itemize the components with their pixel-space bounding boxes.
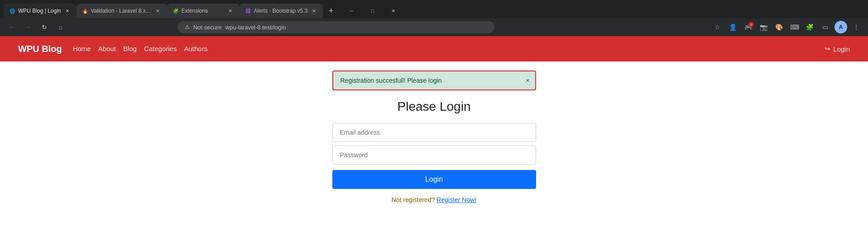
alert-message: Registration succesfull! Please login — [340, 77, 442, 84]
nav-link-authors[interactable]: Authors — [184, 45, 207, 52]
home-button[interactable]: ⌂ — [54, 21, 67, 33]
tab-bar: 🌐 WPU Blog | Login ✕ 🔥 Validation - Lara… — [0, 0, 868, 18]
navbar: WPU Blog Home About Blog Categories Auth… — [0, 36, 868, 61]
close-button[interactable]: ✕ — [383, 4, 403, 18]
code-icon[interactable]: ⌨ — [788, 21, 801, 33]
reload-button[interactable]: ↻ — [38, 21, 51, 33]
nav-item-about[interactable]: About — [98, 45, 116, 53]
nav-item-home[interactable]: Home — [73, 45, 91, 53]
toolbar-right: ☆ 👤 🎮 9 📷 🎨 ⌨ 🧩 ▭ A ⋮ — [711, 21, 863, 33]
tab-favicon-1: 🌐 — [9, 8, 15, 14]
tab-favicon-3: 🧩 — [173, 8, 179, 14]
puzzle-icon[interactable]: 🧩 — [804, 21, 816, 33]
navbar-right: ↪ Login — [825, 45, 850, 53]
security-label: Not secure — [193, 24, 222, 31]
nav-link-blog[interactable]: Blog — [123, 45, 137, 52]
nav-link-home[interactable]: Home — [73, 45, 91, 52]
tab-extensions[interactable]: 🧩 Extensions ✕ — [167, 4, 240, 18]
bookmark-button[interactable]: ☆ — [711, 21, 724, 33]
tab-title-2: Validation - Laravel 8.x - The P... — [91, 8, 152, 14]
register-link[interactable]: Register Now! — [436, 196, 476, 203]
alert-close-button[interactable]: × — [526, 77, 529, 84]
tab-close-2[interactable]: ✕ — [154, 7, 162, 14]
tab-favicon-2: 🔥 — [82, 8, 88, 14]
login-button[interactable]: Login — [332, 170, 536, 189]
profile-badge: A — [834, 21, 847, 33]
tab-validation[interactable]: 🔥 Validation - Laravel 8.x - The P... ✕ — [77, 4, 167, 18]
window-controls: ─ □ ✕ — [341, 4, 403, 18]
minimize-button[interactable]: ─ — [341, 4, 362, 18]
security-warning-icon: ⚠ — [185, 24, 190, 30]
tab-bootstrap[interactable]: 🅱 Alerts - Bootstrap v5.3 ✕ — [240, 4, 323, 18]
email-input[interactable] — [332, 123, 536, 142]
maximize-button[interactable]: □ — [362, 4, 383, 18]
tab-title-4: Alerts - Bootstrap v5.3 — [254, 8, 308, 14]
url-bar[interactable]: ⚠ Not secure wpu-laravel-8.test/login — [177, 21, 494, 33]
register-prompt-text: Not registered? — [392, 196, 435, 203]
tab-close-1[interactable]: ✕ — [64, 7, 71, 14]
page-content: WPU Blog Home About Blog Categories Auth… — [0, 36, 868, 240]
nav-menu: Home About Blog Categories Authors — [73, 45, 208, 53]
main-content: Registration succesfull! Please login × … — [0, 61, 868, 212]
brand-name: WPU Blog — [18, 44, 62, 54]
alert-container: Registration succesfull! Please login × — [332, 71, 536, 90]
nav-item-categories[interactable]: Categories — [144, 45, 177, 53]
browser-chrome: 🌐 WPU Blog | Login ✕ 🔥 Validation - Lara… — [0, 0, 868, 36]
tab-favicon-4: 🅱 — [245, 8, 251, 14]
login-card: Please Login Login Not registered? Regis… — [332, 99, 536, 203]
password-input[interactable] — [332, 146, 536, 165]
extension-icon[interactable]: 🎮 9 — [742, 21, 755, 33]
color-icon[interactable]: 🎨 — [773, 21, 786, 33]
camera-icon[interactable]: 📷 — [758, 21, 770, 33]
tab-close-3[interactable]: ✕ — [227, 7, 234, 14]
tab-wpu-blog[interactable]: 🌐 WPU Blog | Login ✕ — [4, 4, 77, 18]
success-alert: Registration succesfull! Please login × — [332, 71, 536, 90]
nav-item-blog[interactable]: Blog — [123, 45, 137, 53]
forward-button[interactable]: → — [22, 21, 34, 33]
login-title: Please Login — [332, 99, 536, 114]
tab-title-3: Extensions — [182, 8, 224, 14]
nav-link-categories[interactable]: Categories — [144, 45, 177, 52]
profile-switcher[interactable]: 👤 — [727, 21, 739, 33]
login-nav-label: Login — [833, 45, 850, 53]
nav-link-about[interactable]: About — [98, 45, 116, 52]
tab-title-1: WPU Blog | Login — [18, 8, 61, 14]
sidebar-button[interactable]: ▭ — [819, 21, 832, 33]
user-avatar[interactable]: A — [834, 21, 847, 33]
url-display: wpu-laravel-8.test/login — [225, 24, 286, 31]
register-prompt: Not registered? Register Now! — [332, 196, 536, 203]
login-nav-link[interactable]: ↪ Login — [825, 45, 850, 53]
login-arrow-icon: ↪ — [825, 45, 830, 53]
menu-button[interactable]: ⋮ — [850, 21, 863, 33]
tab-close-4[interactable]: ✕ — [310, 7, 317, 14]
address-bar: ← → ↻ ⌂ ⚠ Not secure wpu-laravel-8.test/… — [0, 18, 868, 36]
new-tab-button[interactable]: + — [325, 5, 337, 17]
back-button[interactable]: ← — [5, 21, 18, 33]
nav-item-authors[interactable]: Authors — [184, 45, 207, 53]
extension-badge: 9 — [748, 22, 754, 27]
